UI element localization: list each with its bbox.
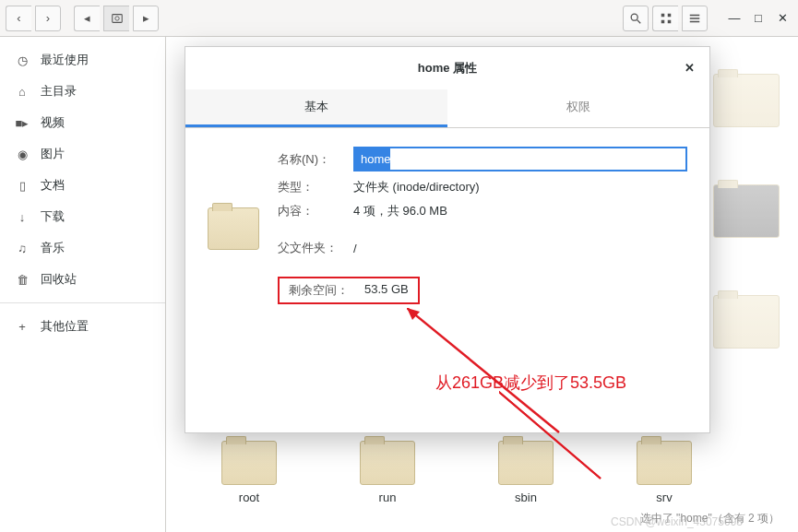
svg-rect-4 <box>661 13 664 17</box>
folder-item[interactable] <box>713 74 780 127</box>
view-list-button[interactable] <box>652 6 678 31</box>
forward-button[interactable]: › <box>35 6 61 31</box>
name-input[interactable] <box>353 147 687 171</box>
folder-icon <box>637 441 692 485</box>
sidebar-item-pictures[interactable]: ◉图片 <box>0 138 165 170</box>
sidebar-item-trash[interactable]: 🗑回收站 <box>0 264 165 295</box>
main-toolbar: ‹ › ◂ ▸ — □ ✕ <box>0 0 798 37</box>
folder-icon <box>713 295 780 349</box>
dialog-close-button[interactable]: ✕ <box>680 58 698 77</box>
annotation-text: 从261GB减少到了53.5GB <box>435 372 626 394</box>
folder-item-root[interactable]: root <box>212 441 286 504</box>
folder-large-icon <box>208 207 259 252</box>
photo-icon: ◉ <box>15 147 30 161</box>
name-label: 名称(N)： <box>278 151 353 168</box>
sidebar-item-music[interactable]: ♫音乐 <box>0 232 165 264</box>
sidebar-item-videos[interactable]: ■▸视频 <box>0 107 165 138</box>
svg-line-13 <box>407 308 559 432</box>
sidebar-item-home[interactable]: ⌂主目录 <box>0 76 165 107</box>
sidebar-item-other[interactable]: +其他位置 <box>0 311 165 342</box>
minimize-button[interactable]: — <box>724 11 744 25</box>
content-label: 内容： <box>278 203 353 219</box>
svg-point-2 <box>631 14 637 20</box>
folder-icon <box>221 441 277 485</box>
watermark: CSDN @weixin_43075093 <box>611 515 743 528</box>
dialog-title: home 属性 ✕ <box>185 47 709 89</box>
menu-button[interactable] <box>682 6 708 31</box>
search-button[interactable] <box>623 6 649 31</box>
svg-rect-6 <box>661 19 664 23</box>
document-icon: ▯ <box>15 178 30 193</box>
maximize-button[interactable]: □ <box>748 11 768 25</box>
properties-dialog: home 属性 ✕ 基本 权限 名称(N)： 类型： 文件夹 (inode/di… <box>185 46 710 433</box>
svg-point-1 <box>114 16 118 19</box>
grid-icon <box>660 12 673 25</box>
music-icon: ♫ <box>15 241 30 255</box>
hamburger-icon <box>688 12 701 25</box>
video-icon: ■▸ <box>15 115 30 130</box>
svg-rect-7 <box>667 19 671 23</box>
parent-value: / <box>353 242 357 255</box>
free-space-highlight: 剩余空间： 53.5 GB <box>278 277 420 304</box>
trash-icon: 🗑 <box>15 272 30 287</box>
svg-rect-5 <box>667 13 671 17</box>
svg-rect-0 <box>112 14 122 22</box>
tab-basic[interactable]: 基本 <box>185 89 447 127</box>
free-value: 53.5 GB <box>364 282 409 299</box>
sidebar-item-downloads[interactable]: ↓下载 <box>0 201 165 232</box>
dialog-tabs: 基本 权限 <box>185 89 709 128</box>
search-icon <box>629 12 642 25</box>
tab-permissions[interactable]: 权限 <box>447 89 709 127</box>
disk-icon <box>111 12 124 25</box>
content-value: 4 项，共 96.0 MB <box>353 203 447 219</box>
type-label: 类型： <box>278 179 353 195</box>
sidebar: ◷最近使用 ⌂主目录 ■▸视频 ◉图片 ▯文档 ↓下载 ♫音乐 🗑回收站 +其他… <box>0 37 166 532</box>
svg-line-3 <box>637 19 641 23</box>
free-label: 剩余空间： <box>289 282 364 299</box>
sidebar-item-documents[interactable]: ▯文档 <box>0 170 165 201</box>
path-next-button[interactable]: ▸ <box>133 6 159 31</box>
home-icon: ⌂ <box>15 84 30 99</box>
download-icon: ↓ <box>15 209 30 224</box>
clock-icon: ◷ <box>15 53 30 67</box>
folder-icon <box>713 184 780 238</box>
folder-item-srv[interactable]: srv <box>627 441 701 504</box>
folder-item[interactable] <box>713 184 780 238</box>
back-button[interactable]: ‹ <box>6 6 31 31</box>
type-value: 文件夹 (inode/directory) <box>353 179 480 195</box>
parent-label: 父文件夹： <box>278 240 353 256</box>
sidebar-item-recent[interactable]: ◷最近使用 <box>0 44 165 76</box>
folder-item[interactable] <box>713 295 780 349</box>
window-close-button[interactable]: ✕ <box>772 11 792 25</box>
folder-icon <box>713 74 780 127</box>
plus-icon: + <box>15 319 30 334</box>
path-segment[interactable] <box>103 6 129 31</box>
path-prev-button[interactable]: ◂ <box>74 6 100 31</box>
